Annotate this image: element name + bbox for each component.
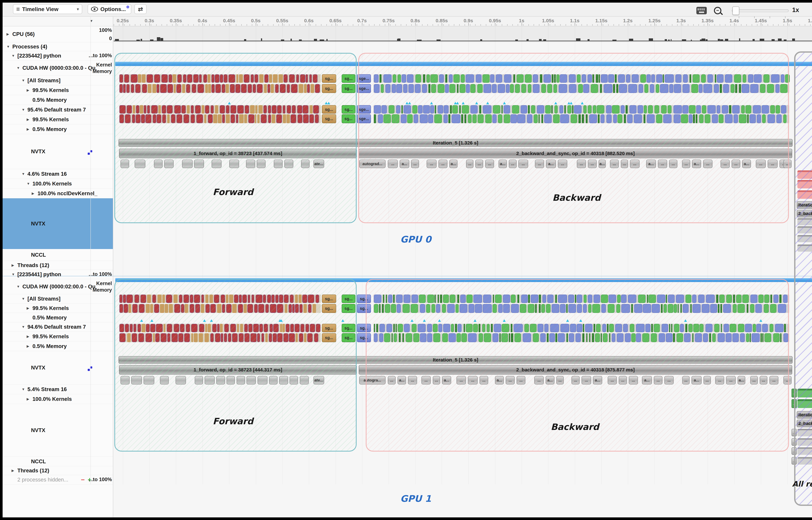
- cuda-kernel-bar[interactable]: [594, 294, 600, 303]
- nvtx-op-box[interactable]: ...: [732, 160, 740, 168]
- cuda-kernel-bar[interactable]: [230, 105, 236, 113]
- cuda-kernel-bar[interactable]: [742, 294, 749, 303]
- cuda-kernel-bar[interactable]: [621, 304, 630, 313]
- cuda-kernel-bar[interactable]: [472, 114, 477, 123]
- cuda-kernel-bar[interactable]: [151, 105, 158, 113]
- cuda-kernel-bar[interactable]: [374, 294, 381, 303]
- nvtx-op-box[interactable]: a...: [598, 160, 606, 168]
- cuda-kernel-bar[interactable]: [205, 333, 209, 342]
- nvtx-op-box[interactable]: ...: [519, 160, 528, 168]
- tree-row-12[interactable]: ▼100.0% Kernels: [3, 179, 113, 188]
- cuda-kernel-bar[interactable]: [157, 84, 159, 93]
- cuda-kernel-bar[interactable]: [212, 324, 217, 332]
- nvtx-op-box[interactable]: ...: [682, 376, 690, 385]
- cuda-kernel-bar[interactable]: [427, 294, 434, 303]
- cuda-kernel-bar[interactable]: [554, 84, 557, 93]
- cuda-kernel-bar[interactable]: [537, 105, 544, 113]
- cuda-kernel-bar[interactable]: [146, 304, 150, 313]
- cuda-kernel-bar[interactable]: [671, 324, 672, 332]
- cuda-kernel-bar[interactable]: [311, 84, 314, 93]
- cuda-kernel-bar[interactable]: [309, 114, 314, 123]
- chevron-right-icon[interactable]: ▶: [11, 263, 14, 267]
- nvtx-op-box[interactable]: a...: [499, 160, 507, 168]
- cuda-kernel-bar[interactable]: [418, 105, 423, 113]
- cuda-kernel-bar[interactable]: [386, 294, 387, 303]
- cuda-kernel-bar[interactable]: [674, 84, 681, 93]
- cuda-kernel-bar[interactable]: [430, 105, 434, 113]
- cuda-kernel-bar[interactable]: [692, 294, 696, 303]
- nvtx-reduce-chip[interactable]: 2_backward...: [797, 210, 812, 217]
- cuda-kernel-bar[interactable]: [444, 114, 448, 123]
- cuda-kernel-bar[interactable]: [466, 84, 470, 93]
- cuda-kernel-bar[interactable]: [309, 74, 312, 83]
- cuda-kernel-bar[interactable]: [248, 324, 253, 332]
- cuda-kernel-bar[interactable]: [131, 84, 134, 93]
- cuda-kernel-bar[interactable]: [393, 324, 395, 332]
- cuda-kernel-bar[interactable]: [571, 114, 577, 123]
- kernel-group-chip[interactable]: sg...: [342, 84, 355, 93]
- cuda-kernel-bar[interactable]: [420, 333, 426, 342]
- cuda-kernel-bar[interactable]: [673, 333, 675, 342]
- cuda-kernel-bar[interactable]: [543, 74, 551, 83]
- nvtx-op-box[interactable]: [229, 160, 239, 168]
- nvtx-op-box[interactable]: a...: [546, 376, 554, 385]
- tree-row-25[interactable]: NVTX: [3, 351, 113, 385]
- cuda-kernel-bar[interactable]: [190, 294, 193, 303]
- kernel-group-chip[interactable]: sg...: [322, 324, 336, 332]
- nvtx-op-box[interactable]: ...: [703, 160, 712, 168]
- nvtx-op-box[interactable]: ...: [783, 376, 791, 385]
- cuda-kernel-bar[interactable]: [138, 333, 144, 342]
- cuda-kernel-bar[interactable]: [696, 114, 697, 123]
- cuda-kernel-bar[interactable]: [556, 74, 559, 83]
- cuda-kernel-bar[interactable]: [450, 105, 452, 113]
- cuda-kernel-bar[interactable]: [692, 333, 694, 342]
- cuda-kernel-bar[interactable]: [302, 294, 307, 303]
- chevron-down-icon[interactable]: ▼: [22, 79, 25, 82]
- swap-rows-button[interactable]: ⇄: [135, 4, 146, 14]
- cuda-kernel-bar[interactable]: [554, 105, 558, 113]
- cuda-kernel-bar[interactable]: [268, 84, 270, 93]
- nvtx-op-box[interactable]: ...: [439, 160, 447, 168]
- cuda-kernel-bar[interactable]: [693, 74, 700, 83]
- cuda-kernel-bar[interactable]: [541, 304, 545, 313]
- reduce-gray-bar[interactable]: [797, 235, 812, 242]
- cuda-kernel-bar[interactable]: [248, 294, 250, 303]
- cuda-kernel-bar[interactable]: [199, 324, 204, 332]
- cuda-kernel-bar[interactable]: [664, 304, 667, 313]
- cuda-kernel-bar[interactable]: [308, 294, 314, 303]
- tree-row-16[interactable]: ▶Threads (12): [3, 261, 113, 270]
- cuda-kernel-bar[interactable]: [533, 333, 539, 342]
- stream16-kernel-bar[interactable]: [797, 171, 812, 179]
- cuda-kernel-bar[interactable]: [494, 324, 501, 332]
- cuda-kernel-bar[interactable]: [754, 74, 762, 83]
- cuda-kernel-bar[interactable]: [603, 324, 606, 332]
- cuda-kernel-bar[interactable]: [627, 114, 633, 123]
- cuda-kernel-bar[interactable]: [392, 114, 399, 123]
- kernel-group-chip[interactable]: sg...: [342, 324, 355, 332]
- cuda-kernel-bar[interactable]: [224, 324, 229, 332]
- cuda-kernel-bar[interactable]: [207, 74, 210, 83]
- cuda-kernel-bar[interactable]: [382, 105, 387, 113]
- cuda-kernel-bar[interactable]: [669, 84, 673, 93]
- cuda-kernel-bar[interactable]: [733, 294, 735, 303]
- cuda-kernel-bar[interactable]: [682, 84, 690, 93]
- nvtx-op-box[interactable]: ...: [715, 376, 724, 385]
- cuda-kernel-bar[interactable]: [179, 294, 183, 303]
- cuda-kernel-bar[interactable]: [263, 105, 267, 113]
- tree-row-30[interactable]: ▶Threads (12): [3, 466, 113, 475]
- nvtx-op-box[interactable]: ...: [509, 160, 516, 168]
- cuda-kernel-bar[interactable]: [531, 294, 538, 303]
- cuda-kernel-bar[interactable]: [138, 74, 141, 83]
- tree-row-1[interactable]: ▼Processes (4): [3, 42, 113, 51]
- cuda-kernel-bar[interactable]: [457, 84, 458, 93]
- cuda-kernel-bar[interactable]: [273, 74, 278, 83]
- cuda-kernel-bar[interactable]: [306, 74, 308, 83]
- cuda-kernel-bar[interactable]: [257, 84, 262, 93]
- cuda-kernel-bar[interactable]: [164, 324, 165, 332]
- cuda-kernel-bar[interactable]: [720, 304, 722, 313]
- cuda-kernel-bar[interactable]: [286, 114, 290, 123]
- cuda-kernel-bar[interactable]: [541, 114, 543, 123]
- nvtx-op-box[interactable]: [194, 160, 204, 168]
- cuda-kernel-bar[interactable]: [236, 74, 238, 83]
- nvtx-op-box[interactable]: ...: [466, 160, 473, 168]
